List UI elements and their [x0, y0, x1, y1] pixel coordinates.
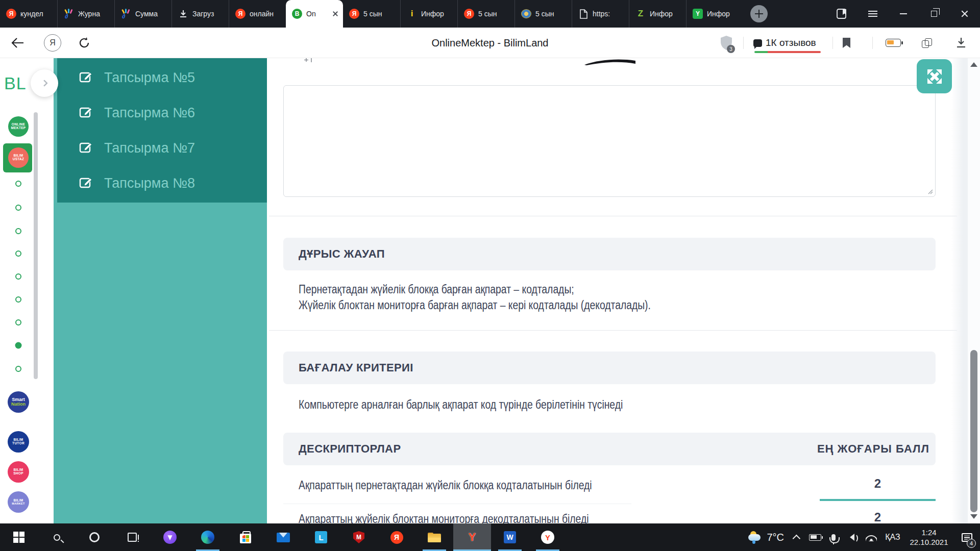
- yandex-home-button[interactable]: Я: [44, 28, 61, 58]
- tab-onlain[interactable]: Я онлайн: [229, 0, 286, 28]
- lightshot-icon: L: [315, 531, 327, 543]
- tab-5syn-2[interactable]: Я 5 сын: [457, 0, 514, 28]
- scroll-down-icon[interactable]: [970, 514, 977, 519]
- tray-network[interactable]: [862, 523, 881, 551]
- site-reviews-button[interactable]: 1К отзывов: [753, 28, 816, 58]
- rail-dot-5[interactable]: [15, 273, 21, 280]
- refresh-button[interactable]: [78, 28, 91, 58]
- tab-5syn-3[interactable]: 5 сын: [514, 0, 572, 28]
- yandex-icon: Я: [390, 531, 403, 544]
- yandex-favicon: Я: [235, 9, 246, 19]
- alice-icon: [163, 531, 177, 544]
- page-scrollbar[interactable]: [968, 58, 980, 523]
- answer-textarea[interactable]: [283, 85, 936, 197]
- taskbar-search-button[interactable]: [38, 523, 76, 551]
- task-item-7[interactable]: Тапсырма №7: [57, 131, 267, 166]
- rail-dot-1[interactable]: [15, 181, 21, 187]
- edit-icon: [79, 176, 93, 191]
- page-scrollbar-thumb[interactable]: [970, 350, 977, 512]
- weather-widget[interactable]: 7°C: [742, 523, 789, 551]
- language-indicator[interactable]: ҚАЗ: [881, 523, 904, 551]
- rail-dot-8-active[interactable]: [15, 342, 22, 349]
- edge-button[interactable]: [189, 523, 227, 551]
- microsoft-store-button[interactable]: [227, 523, 264, 551]
- edge-icon: [201, 531, 214, 544]
- downloads-button[interactable]: [955, 28, 967, 58]
- service-smartnation[interactable]: Smart Nation: [8, 391, 29, 413]
- lightshot-button[interactable]: L: [302, 523, 340, 551]
- yandex-app-button[interactable]: Я: [378, 523, 415, 551]
- descriptor-row-text: Ақпараттың пернетақтадан жүйелік блокқа …: [299, 478, 592, 493]
- rail-dot-4[interactable]: [15, 251, 21, 257]
- action-center-button[interactable]: 4: [953, 523, 980, 551]
- scroll-up-icon[interactable]: [970, 62, 977, 67]
- tab-informatika-1[interactable]: i Инфор: [400, 0, 457, 28]
- services-rail: BL ONLINE MEKTEP BILIM USTAZ Smart Na: [0, 58, 54, 523]
- task-list: Тапсырма №5 Тапсырма №6 Тапсырма №7: [57, 58, 267, 203]
- clock[interactable]: 1:24 22.10.2021: [904, 523, 953, 551]
- cortana-icon: [89, 532, 100, 542]
- tray-battery[interactable]: [805, 523, 825, 551]
- criteria-text: Компьютерге арналған барлық ақпарат код …: [299, 397, 623, 413]
- tab-downloads[interactable]: Загруз: [172, 0, 229, 28]
- yandex-browser-active-button[interactable]: Y: [453, 523, 491, 551]
- expand-rail-button[interactable]: [31, 69, 58, 97]
- hand-favicon: ∂: [64, 9, 74, 19]
- tab-zhurnal[interactable]: ∂ Журна: [57, 0, 114, 28]
- rail-dot-9[interactable]: [15, 366, 21, 372]
- review-bubble-icon: [753, 39, 762, 47]
- fullscreen-button[interactable]: [917, 59, 952, 93]
- restore-button[interactable]: [919, 0, 949, 28]
- close-window-button[interactable]: [949, 0, 980, 28]
- task-item-6[interactable]: Тапсырма №6: [57, 95, 267, 131]
- battery-saver-button[interactable]: [886, 39, 901, 47]
- service-bilimustaz[interactable]: BILIM USTAZ: [8, 147, 29, 168]
- rail-dot-3[interactable]: [15, 228, 21, 234]
- side-panel-button[interactable]: [827, 0, 857, 28]
- task-item-8[interactable]: Тапсырма №8: [57, 166, 267, 201]
- download-favicon: [178, 9, 188, 19]
- back-button[interactable]: [10, 28, 24, 58]
- tab-summa[interactable]: ∂ Сумма: [114, 0, 172, 28]
- tab-informatika-3[interactable]: Y Инфор: [686, 0, 743, 28]
- search-icon: [54, 534, 60, 541]
- mail-button[interactable]: [264, 523, 302, 551]
- microphone-icon: [831, 534, 836, 541]
- tray-microphone[interactable]: [825, 523, 842, 551]
- service-bilimshop[interactable]: BILIM SHOP: [8, 461, 29, 483]
- tab-onlinemektep-active[interactable]: B On: [286, 0, 343, 28]
- alice-button[interactable]: [151, 523, 189, 551]
- rail-dot-6[interactable]: [15, 296, 21, 303]
- windows-logo-icon: [13, 532, 24, 543]
- tab-5syn-1[interactable]: Я 5 сын: [343, 0, 400, 28]
- service-onlinemektep[interactable]: ONLINE MEKTEP: [8, 116, 29, 137]
- cortana-button[interactable]: [76, 523, 113, 551]
- protect-shield-button[interactable]: [719, 28, 734, 58]
- task-item-5[interactable]: Тапсырма №5: [57, 60, 267, 95]
- tab-https[interactable]: https:: [572, 0, 629, 28]
- task-sidebar: Тапсырма №5 Тапсырма №6 Тапсырма №7: [54, 58, 267, 523]
- service-bilimmarket[interactable]: BILIM MARKET: [8, 491, 29, 513]
- tray-volume[interactable]: [842, 523, 862, 551]
- tab-informatika-2[interactable]: Z Инфор: [629, 0, 686, 28]
- hidden-icons-button[interactable]: [789, 523, 805, 551]
- bookmark-button[interactable]: [842, 28, 851, 58]
- service-bilimtutor[interactable]: BILIM TUTOR: [8, 431, 29, 453]
- yandex-browser-button[interactable]: Y: [529, 523, 567, 551]
- new-tab-button[interactable]: [750, 5, 768, 22]
- file-explorer-button[interactable]: [415, 523, 453, 551]
- rail-scrollbar-thumb[interactable]: [34, 112, 38, 379]
- browser-menu-button[interactable]: [857, 0, 888, 28]
- row-divider: [283, 504, 631, 504]
- rail-dot-2[interactable]: [15, 205, 21, 211]
- word-button[interactable]: W: [491, 523, 529, 551]
- mcafee-button[interactable]: M: [340, 523, 378, 551]
- rail-dot-7[interactable]: [15, 319, 21, 325]
- resize-handle-icon[interactable]: [926, 188, 934, 195]
- task-view-button[interactable]: [113, 523, 151, 551]
- start-button[interactable]: [0, 523, 38, 551]
- collections-button[interactable]: [922, 28, 931, 58]
- minimize-button[interactable]: [888, 0, 919, 28]
- close-tab-icon[interactable]: [332, 10, 339, 17]
- tab-kundelik[interactable]: Я кундел: [0, 0, 57, 28]
